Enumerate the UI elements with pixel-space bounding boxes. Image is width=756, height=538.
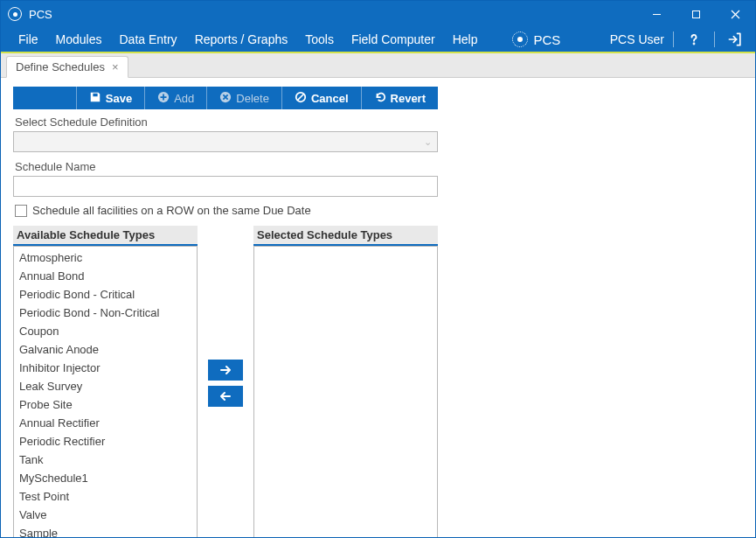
- menu-item-field-computer[interactable]: Field Computer: [343, 26, 444, 52]
- tabstrip: Define Schedules ×: [1, 53, 755, 78]
- menu-item-data-entry[interactable]: Data Entry: [110, 26, 185, 52]
- user-label: PCS User: [610, 32, 664, 46]
- revert-label: Revert: [391, 92, 426, 105]
- same-due-date-label: Schedule all facilities on a ROW on the …: [32, 204, 311, 217]
- content-area: Save Add Delete: [1, 78, 755, 537]
- svg-rect-1: [693, 10, 700, 17]
- delete-label: Delete: [236, 92, 269, 105]
- same-due-date-checkbox[interactable]: [15, 205, 27, 217]
- brand-group: PCS: [512, 31, 560, 47]
- menu-item-reports-graphs[interactable]: Reports / Graphs: [186, 26, 297, 52]
- add-button[interactable]: Add: [145, 87, 207, 109]
- save-label: Save: [106, 92, 132, 105]
- delete-circle-icon: [219, 91, 232, 106]
- menu-item-file[interactable]: File: [10, 26, 47, 52]
- cancel-icon: [295, 91, 307, 106]
- list-item[interactable]: Periodic Bond - Non-Critical: [17, 304, 193, 322]
- tab-define-schedules[interactable]: Define Schedules ×: [6, 56, 128, 78]
- brand-icon: [512, 31, 528, 47]
- select-definition-dropdown[interactable]: ⌄: [13, 131, 438, 152]
- add-label: Add: [174, 92, 194, 105]
- list-item[interactable]: Probe Site: [17, 395, 193, 414]
- revert-icon: [374, 91, 386, 106]
- selected-header: Selected Schedule Types: [253, 226, 438, 246]
- save-button[interactable]: Save: [77, 87, 145, 109]
- dual-list: Available Schedule Types AtmosphericAnnu…: [13, 226, 438, 537]
- chevron-down-icon: ⌄: [424, 136, 432, 148]
- select-definition-label: Select Schedule Definition: [13, 113, 438, 131]
- list-item[interactable]: Sample: [17, 524, 193, 537]
- svg-line-8: [297, 94, 303, 100]
- schedule-name-input[interactable]: [13, 176, 438, 197]
- plus-circle-icon: [157, 91, 170, 106]
- list-item[interactable]: Test Point: [17, 487, 193, 506]
- list-item[interactable]: Leak Survey: [17, 377, 193, 395]
- define-schedules-panel: Save Add Delete: [13, 87, 438, 537]
- menubar: FileModulesData EntryReports / GraphsToo…: [1, 27, 755, 53]
- delete-button[interactable]: Delete: [207, 87, 282, 109]
- move-left-button[interactable]: [208, 386, 243, 407]
- menu-item-modules[interactable]: Modules: [47, 26, 111, 52]
- tab-label: Define Schedules: [16, 60, 105, 73]
- schedule-name-label: Schedule Name: [13, 157, 438, 176]
- app-icon: [8, 7, 22, 21]
- divider: [714, 31, 715, 47]
- app-window: PCS FileModulesData EntryReports / Graph…: [0, 0, 756, 538]
- tab-close-icon[interactable]: ×: [112, 61, 119, 73]
- list-item[interactable]: MySchedule1: [17, 469, 193, 487]
- cancel-label: Cancel: [311, 92, 349, 105]
- logout-icon[interactable]: [724, 28, 746, 51]
- list-item[interactable]: Periodic Bond - Critical: [17, 285, 193, 304]
- available-listbox[interactable]: AtmosphericAnnual BondPeriodic Bond - Cr…: [13, 246, 198, 537]
- help-icon[interactable]: [683, 28, 705, 51]
- list-item[interactable]: Annual Rectifier: [17, 414, 193, 432]
- brand-label: PCS: [533, 32, 560, 47]
- move-right-button[interactable]: [208, 360, 243, 381]
- save-icon: [89, 91, 101, 106]
- revert-button[interactable]: Revert: [362, 87, 438, 109]
- list-item[interactable]: Atmospheric: [17, 248, 193, 267]
- available-header: Available Schedule Types: [13, 226, 198, 246]
- list-item[interactable]: Coupon: [17, 322, 193, 340]
- menu-item-help[interactable]: Help: [444, 26, 487, 52]
- cancel-button[interactable]: Cancel: [282, 87, 362, 109]
- divider: [673, 31, 674, 47]
- svg-point-4: [694, 44, 695, 45]
- selected-listbox[interactable]: [253, 246, 438, 537]
- list-item[interactable]: Periodic Rectifier: [17, 432, 193, 451]
- panel-toolbar: Save Add Delete: [13, 87, 438, 109]
- app-title: PCS: [29, 8, 52, 21]
- menu-item-tools[interactable]: Tools: [296, 26, 343, 52]
- minimize-button[interactable]: [637, 1, 676, 27]
- list-item[interactable]: Galvanic Anode: [17, 340, 193, 359]
- close-button[interactable]: [716, 1, 755, 27]
- list-item[interactable]: Inhibitor Injector: [17, 359, 193, 377]
- list-item[interactable]: Valve: [17, 506, 193, 524]
- list-item[interactable]: Annual Bond: [17, 267, 193, 285]
- list-item[interactable]: Tank: [17, 451, 193, 469]
- titlebar: PCS: [1, 1, 755, 27]
- maximize-button[interactable]: [676, 1, 716, 27]
